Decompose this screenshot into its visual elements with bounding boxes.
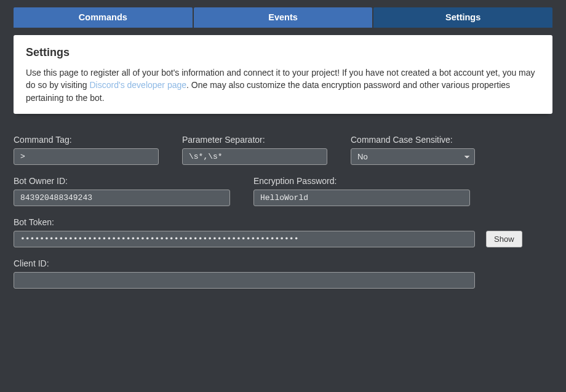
tab-settings[interactable]: Settings (373, 7, 552, 28)
enc-pass-label: Encryption Password: (253, 176, 470, 186)
command-tag-label: Command Tag: (14, 135, 159, 145)
enc-pass-input[interactable] (253, 190, 470, 206)
tab-commands[interactable]: Commands (14, 7, 193, 28)
case-sensitive-label: Command Case Sensitive: (351, 135, 475, 145)
client-id-label: Client ID: (14, 258, 475, 268)
tab-bar: Commands Events Settings (0, 0, 566, 28)
owner-id-label: Bot Owner ID: (14, 176, 230, 186)
param-sep-input[interactable] (182, 148, 327, 165)
discord-dev-link[interactable]: Discord's developer page (90, 80, 187, 90)
enc-pass-field: Encryption Password: (253, 176, 470, 206)
tab-events[interactable]: Events (194, 7, 373, 28)
param-sep-field: Parameter Separator: (182, 135, 327, 165)
bot-token-label: Bot Token: (14, 217, 475, 227)
case-sensitive-field: Command Case Sensitive: NoYes (351, 135, 475, 165)
settings-form: Command Tag: Parameter Separator: Comman… (0, 114, 566, 289)
bot-token-field: Bot Token: (14, 217, 475, 247)
info-panel: Settings Use this page to register all o… (14, 35, 552, 114)
owner-id-input[interactable] (14, 190, 230, 206)
panel-heading: Settings (26, 46, 540, 59)
show-button[interactable]: Show (486, 231, 522, 247)
command-tag-input[interactable] (14, 148, 159, 165)
case-sensitive-select[interactable]: NoYes (351, 148, 475, 165)
bot-token-input[interactable] (14, 231, 475, 247)
owner-id-field: Bot Owner ID: (14, 176, 230, 206)
client-id-field: Client ID: (14, 258, 475, 289)
command-tag-field: Command Tag: (14, 135, 159, 165)
client-id-input[interactable] (14, 272, 475, 289)
panel-description: Use this page to register all of your bo… (26, 66, 540, 104)
param-sep-label: Parameter Separator: (182, 135, 327, 145)
